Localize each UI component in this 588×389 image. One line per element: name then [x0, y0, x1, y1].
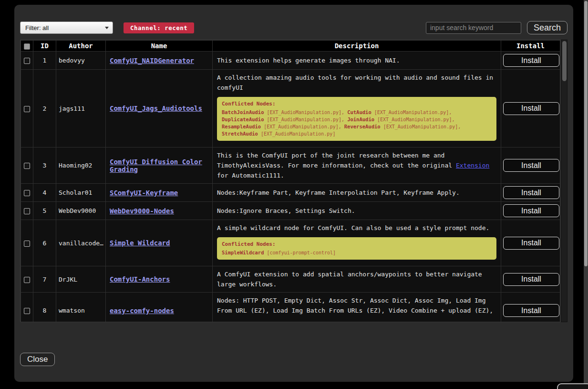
filter-select[interactable]: Filter: all — [20, 21, 113, 34]
row-description-cell: A collection amazing audio tools for wor… — [213, 70, 501, 147]
row-description-cell: A ComfyUI extension to add spatial ancho… — [213, 266, 501, 293]
description-link[interactable]: Extension — [456, 162, 489, 169]
row-description-cell: Nodes: HTTP POST, Empty Dict, Assoc Str,… — [213, 293, 501, 323]
close-button[interactable]: Close — [20, 353, 55, 366]
conflict-node-name: SimpleWildcard — [222, 250, 264, 255]
page-scrollbar[interactable] — [584, 0, 588, 389]
row-checkbox-cell — [21, 266, 33, 293]
chevron-down-icon — [105, 27, 109, 29]
row-checkbox[interactable] — [24, 208, 30, 214]
description-text: This is the ComfyUI port of the joint re… — [217, 152, 456, 169]
row-checkbox-cell — [21, 220, 33, 266]
row-id: 8 — [33, 293, 56, 323]
row-description: A ComfyUI extension to add spatial ancho… — [217, 269, 496, 289]
table-row: 8wmatsoneasy-comfy-nodesNodes: HTTP POST… — [21, 293, 560, 323]
conflict-node-source: [comfyui-prompt-control] — [264, 250, 336, 255]
row-id: 5 — [33, 202, 56, 220]
row-checkbox[interactable] — [24, 106, 30, 112]
extension-name-link[interactable]: ComfyUI Diffusion Color Grading — [110, 158, 202, 173]
partial-hidden-button — [557, 383, 588, 389]
row-install-cell: Install — [501, 52, 560, 70]
extension-name-link[interactable]: Simple Wildcard — [110, 239, 170, 247]
page-scrollbar-thumb[interactable] — [584, 1, 588, 266]
description-text: Nodes:Keyframe Part, Keyframe Interpolat… — [217, 189, 460, 196]
row-checkbox-cell — [21, 147, 33, 184]
row-name-cell: Simple Wildcard — [106, 220, 213, 266]
extension-name-link[interactable]: ComfyUI_NAIDGenerator — [110, 57, 194, 64]
table-row: 7DrJKLComfyUI-AnchorsA ComfyUI extension… — [21, 266, 560, 293]
extension-table: ID Author Name Description Install 1bedo… — [20, 40, 561, 322]
conflicted-nodes-box: Conflicted Nodes:SimpleWildcard [comfyui… — [217, 237, 496, 260]
row-author: Haoming02 — [56, 147, 106, 184]
row-id: 2 — [33, 70, 56, 147]
conflict-node-name: DuplicateAudio — [222, 116, 264, 122]
table-row: 3Haoming02ComfyUI Diffusion Color Gradin… — [21, 147, 560, 184]
row-checkbox[interactable] — [24, 163, 30, 169]
extension-name-link[interactable]: ComfyUI-Anchors — [110, 275, 170, 283]
row-checkbox[interactable] — [24, 308, 30, 314]
install-button[interactable]: Install — [503, 204, 559, 217]
row-install-cell: Install — [501, 70, 560, 147]
row-description-cell: A simple wildcard node for ComfyUI. Can … — [213, 220, 501, 266]
row-id: 6 — [33, 220, 56, 266]
row-checkbox[interactable] — [24, 190, 30, 196]
table-row: 4Scholar01SComfyUI-KeyframeNodes:Keyfram… — [21, 184, 560, 202]
header-author: Author — [56, 41, 106, 52]
conflicted-nodes-title: Conflicted Nodes: — [222, 241, 492, 248]
filter-select-value: Filter: all — [25, 24, 49, 32]
row-author: wmatson — [56, 293, 106, 323]
install-button[interactable]: Install — [503, 237, 559, 250]
row-description: This is the ComfyUI port of the joint re… — [217, 150, 496, 180]
conflicted-nodes-list: BatchJoinAudio [EXT_AudioManipulation.py… — [222, 109, 492, 137]
table-header-row: ID Author Name Description Install — [21, 41, 560, 52]
row-name-cell: WebDev9000-Nodes — [106, 202, 213, 220]
extension-name-link[interactable]: ComfyUI_Jags_Audiotools — [110, 105, 202, 112]
row-install-cell: Install — [501, 293, 560, 323]
conflict-node-source: [EXT_AudioManipulation.py], — [264, 110, 348, 115]
table-row: 6vanillacode…Simple WildcardA simple wil… — [21, 220, 560, 266]
header-name: Name — [106, 41, 213, 52]
conflicted-nodes-list: SimpleWildcard [comfyui-prompt-control] — [222, 249, 492, 256]
table-row: 5WebDev9000WebDev9000-NodesNodes:Ignore … — [21, 202, 560, 220]
conflict-node-name: ReverseAudio — [344, 124, 381, 129]
description-text: This extension helps generate images thr… — [217, 57, 400, 64]
row-author: WebDev9000 — [56, 202, 106, 220]
row-install-cell: Install — [501, 266, 560, 293]
search-button[interactable]: Search — [527, 21, 567, 34]
row-name-cell: ComfyUI Diffusion Color Grading — [106, 147, 213, 184]
row-checkbox[interactable] — [24, 277, 30, 283]
row-author: vanillacode… — [56, 220, 106, 266]
row-install-cell: Install — [501, 184, 560, 202]
row-checkbox[interactable] — [24, 58, 30, 64]
header-install: Install — [501, 41, 560, 52]
install-button[interactable]: Install — [503, 304, 559, 317]
row-description: Nodes: HTTP POST, Empty Dict, Assoc Str,… — [217, 295, 496, 322]
row-name-cell: easy-comfy-nodes — [106, 293, 213, 323]
install-button[interactable]: Install — [503, 159, 559, 172]
header-description: Description — [213, 41, 501, 52]
row-description: A simple wildcard node for ComfyUI. Can … — [217, 223, 496, 233]
row-install-cell: Install — [501, 147, 560, 184]
table-scrollbar[interactable] — [561, 40, 567, 322]
conflict-node-source: [EXT_AudioManipulation.py] — [258, 131, 336, 137]
extension-name-link[interactable]: WebDev9000-Nodes — [110, 207, 174, 215]
row-description-cell: This is the ComfyUI port of the joint re… — [213, 147, 501, 184]
extension-name-link[interactable]: easy-comfy-nodes — [110, 307, 174, 315]
install-button[interactable]: Install — [503, 186, 559, 199]
extension-name-link[interactable]: SComfyUI-Keyframe — [110, 189, 178, 197]
install-button[interactable]: Install — [503, 54, 559, 67]
extension-table-body: 1bedovyyComfyUI_NAIDGeneratorThis extens… — [21, 52, 560, 323]
header-checkbox-cell — [21, 41, 33, 52]
description-text: for Automatic1111. — [217, 172, 284, 179]
row-id: 4 — [33, 184, 56, 202]
search-input[interactable] — [426, 22, 521, 34]
row-description: Nodes:Keyframe Part, Keyframe Interpolat… — [217, 188, 496, 198]
conflict-node-name: CutAudio — [347, 109, 371, 115]
row-checkbox[interactable] — [24, 241, 30, 247]
row-checkbox-cell — [21, 184, 33, 202]
install-button[interactable]: Install — [503, 102, 559, 115]
conflict-node-source: [EXT_AudioManipulation.py], — [374, 117, 455, 122]
install-button[interactable]: Install — [503, 273, 559, 286]
table-scrollbar-thumb[interactable] — [562, 41, 567, 81]
select-all-checkbox[interactable] — [24, 43, 30, 50]
